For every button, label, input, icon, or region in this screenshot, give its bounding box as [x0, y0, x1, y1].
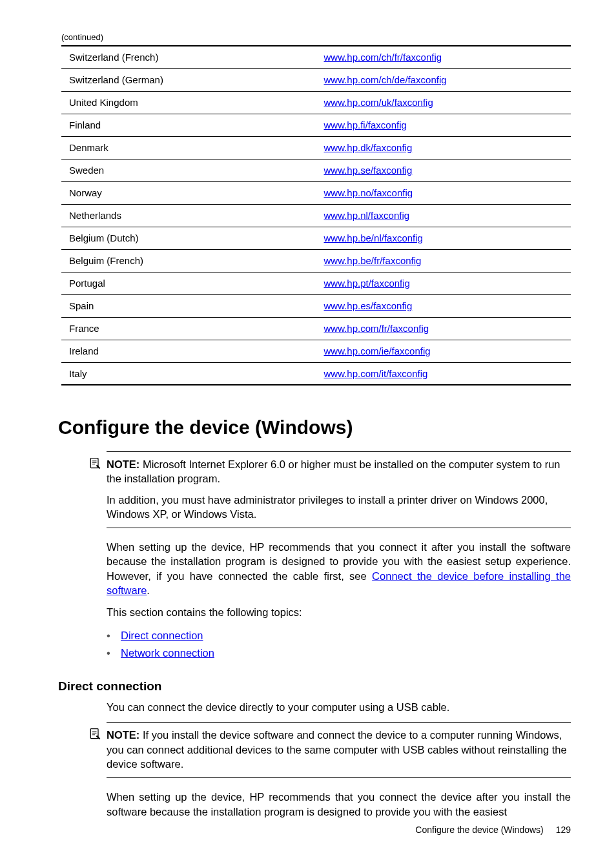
note-text-2: If you install the device software and c…	[107, 729, 567, 770]
url-cell: www.hp.com/ch/fr/faxconfig	[316, 46, 571, 68]
url-cell: www.hp.be/nl/faxconfig	[316, 227, 571, 249]
bullet-icon: •	[107, 627, 121, 644]
faxconfig-link[interactable]: www.hp.no/faxconfig	[324, 187, 413, 198]
bullet-icon: •	[107, 644, 121, 661]
faxconfig-link[interactable]: www.hp.se/faxconfig	[324, 165, 413, 176]
url-cell: www.hp.se/faxconfig	[316, 159, 571, 181]
faxconfig-link[interactable]: www.hp.com/ie/faxconfig	[324, 345, 431, 356]
country-cell: Sweden	[61, 159, 316, 181]
url-cell: www.hp.nl/faxconfig	[316, 204, 571, 227]
country-cell: Italy	[61, 362, 316, 385]
note-icon	[88, 457, 101, 470]
faxconfig-link[interactable]: www.hp.com/it/faxconfig	[324, 368, 428, 379]
faxconfig-link[interactable]: www.hp.es/faxconfig	[324, 300, 413, 311]
url-cell: www.hp.dk/faxconfig	[316, 136, 571, 159]
paragraph-topics-intro: This section contains the following topi…	[107, 605, 571, 619]
heading-direct-connection: Direct connection	[58, 679, 571, 694]
faxconfig-link[interactable]: www.hp.com/uk/faxconfig	[324, 97, 433, 108]
table-row: Belguim (French)www.hp.be/fr/faxconfig	[61, 249, 571, 272]
table-row: United Kingdomwww.hp.com/uk/faxconfig	[61, 91, 571, 114]
topic-link[interactable]: Network connection	[121, 644, 214, 661]
url-cell: www.hp.com/ie/faxconfig	[316, 340, 571, 362]
faxconfig-link[interactable]: www.hp.dk/faxconfig	[324, 142, 413, 153]
note-label: NOTE:	[107, 458, 139, 470]
url-cell: www.hp.pt/faxconfig	[316, 272, 571, 294]
table-row: Irelandwww.hp.com/ie/faxconfig	[61, 340, 571, 362]
table-row: Norwaywww.hp.no/faxconfig	[61, 181, 571, 204]
country-cell: Belgium (Dutch)	[61, 227, 316, 249]
note-text-1b: In addition, you must have administrator…	[107, 493, 571, 522]
table-row: Spainwww.hp.es/faxconfig	[61, 294, 571, 317]
url-cell: www.hp.com/ch/de/faxconfig	[316, 68, 571, 91]
list-item: •Direct connection	[107, 627, 571, 644]
country-cell: Spain	[61, 294, 316, 317]
note-text-1a: Microsoft Internet Explorer 6.0 or highe…	[107, 458, 560, 484]
faxconfig-link[interactable]: www.hp.com/fr/faxconfig	[324, 323, 429, 334]
country-cell: France	[61, 317, 316, 340]
country-cell: Denmark	[61, 136, 316, 159]
table-row: Italywww.hp.com/it/faxconfig	[61, 362, 571, 385]
table-row: Francewww.hp.com/fr/faxconfig	[61, 317, 571, 340]
paragraph-setup-2: When setting up the device, HP recommend…	[107, 790, 571, 819]
footer-title: Configure the device (Windows)	[415, 825, 543, 835]
heading-configure-device: Configure the device (Windows)	[58, 416, 571, 438]
country-cell: Norway	[61, 181, 316, 204]
para1-post: .	[147, 584, 150, 596]
footer-page-number: 129	[556, 825, 571, 835]
faxconfig-table: Switzerland (French)www.hp.com/ch/fr/fax…	[58, 45, 571, 385]
table-row: Switzerland (French)www.hp.com/ch/fr/fax…	[61, 46, 571, 68]
note-label: NOTE:	[107, 729, 139, 741]
url-cell: www.hp.no/faxconfig	[316, 181, 571, 204]
country-cell: Switzerland (French)	[61, 46, 316, 68]
faxconfig-link[interactable]: www.hp.nl/faxconfig	[324, 210, 410, 221]
country-cell: United Kingdom	[61, 91, 316, 114]
topics-list: •Direct connection•Network connection	[107, 627, 571, 661]
country-cell: Belguim (French)	[61, 249, 316, 272]
country-cell: Switzerland (German)	[61, 68, 316, 91]
note-icon	[88, 728, 101, 741]
table-row: Finlandwww.hp.fi/faxconfig	[61, 114, 571, 136]
url-cell: www.hp.com/fr/faxconfig	[316, 317, 571, 340]
country-cell: Finland	[61, 114, 316, 136]
faxconfig-link[interactable]: www.hp.be/fr/faxconfig	[324, 255, 422, 266]
faxconfig-link[interactable]: www.hp.com/ch/fr/faxconfig	[324, 52, 442, 63]
continued-label: (continued)	[58, 32, 571, 42]
url-cell: www.hp.be/fr/faxconfig	[316, 249, 571, 272]
topic-link[interactable]: Direct connection	[121, 627, 203, 644]
country-cell: Portugal	[61, 272, 316, 294]
table-row: Switzerland (German)www.hp.com/ch/de/fax…	[61, 68, 571, 91]
country-cell: Ireland	[61, 340, 316, 362]
table-row: Netherlandswww.hp.nl/faxconfig	[61, 204, 571, 227]
url-cell: www.hp.com/uk/faxconfig	[316, 91, 571, 114]
paragraph-usb: You can connect the device directly to y…	[107, 700, 571, 714]
table-row: Swedenwww.hp.se/faxconfig	[61, 159, 571, 181]
faxconfig-link[interactable]: www.hp.com/ch/de/faxconfig	[324, 74, 447, 85]
page-footer: Configure the device (Windows) 129	[415, 825, 571, 835]
url-cell: www.hp.fi/faxconfig	[316, 114, 571, 136]
faxconfig-link[interactable]: www.hp.fi/faxconfig	[324, 119, 407, 130]
url-cell: www.hp.es/faxconfig	[316, 294, 571, 317]
note-content-2: NOTE: If you install the device software…	[107, 728, 571, 771]
list-item: •Network connection	[107, 644, 571, 661]
note-box-2: NOTE: If you install the device software…	[107, 722, 571, 778]
url-cell: www.hp.com/it/faxconfig	[316, 362, 571, 385]
note-content-1: NOTE: Microsoft Internet Explorer 6.0 or…	[107, 457, 571, 521]
table-row: Belgium (Dutch)www.hp.be/nl/faxconfig	[61, 227, 571, 249]
table-row: Portugalwww.hp.pt/faxconfig	[61, 272, 571, 294]
table-row: Denmarkwww.hp.dk/faxconfig	[61, 136, 571, 159]
country-cell: Netherlands	[61, 204, 316, 227]
note-box-1: NOTE: Microsoft Internet Explorer 6.0 or…	[107, 451, 571, 528]
faxconfig-link[interactable]: www.hp.pt/faxconfig	[324, 278, 410, 289]
paragraph-setup: When setting up the device, HP recommend…	[107, 540, 571, 597]
faxconfig-link[interactable]: www.hp.be/nl/faxconfig	[324, 232, 423, 243]
